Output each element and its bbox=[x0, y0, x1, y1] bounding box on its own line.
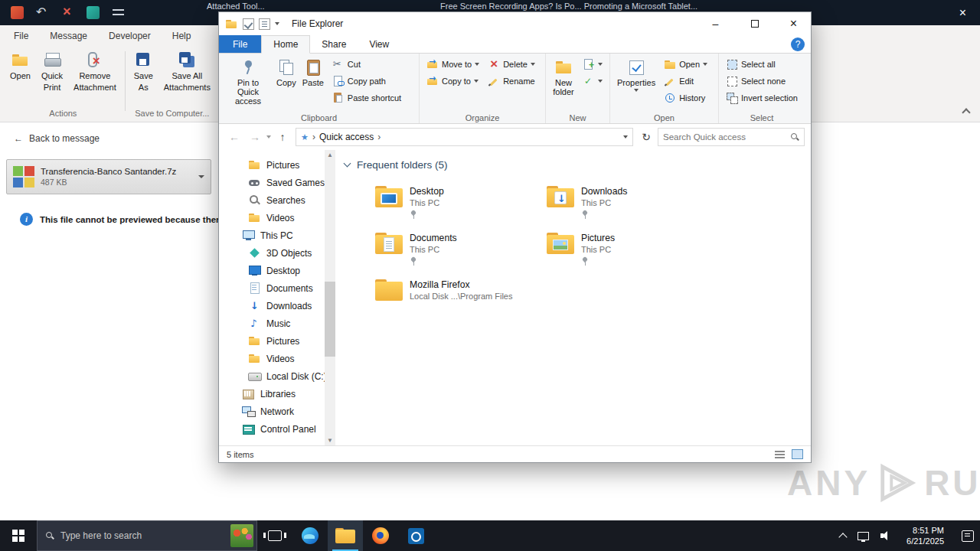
invert-selection-button[interactable]: Invert selection bbox=[723, 90, 801, 106]
save-as-button[interactable]: Save As bbox=[129, 47, 158, 96]
paste-shortcut-button[interactable]: Paste shortcut bbox=[329, 90, 404, 106]
address-dropdown-icon[interactable] bbox=[623, 135, 628, 139]
select-all-button[interactable]: Select all bbox=[723, 57, 801, 72]
close-button[interactable]: × bbox=[776, 12, 811, 35]
tab-developer[interactable]: Developer bbox=[109, 31, 151, 41]
tab-file[interactable]: File bbox=[14, 31, 28, 41]
breadcrumb-quick-access[interactable]: Quick access bbox=[319, 132, 374, 142]
search-input[interactable] bbox=[663, 132, 787, 142]
tab-view[interactable]: View bbox=[358, 35, 400, 53]
search-icon[interactable] bbox=[790, 132, 799, 142]
forward-button[interactable]: → bbox=[246, 131, 264, 143]
back-button[interactable]: ← bbox=[225, 131, 243, 143]
refresh-button[interactable]: ↻ bbox=[637, 131, 655, 143]
details-view-icon[interactable] bbox=[774, 449, 786, 459]
breadcrumb-separator-2[interactable]: › bbox=[377, 132, 381, 142]
history-button[interactable]: History bbox=[661, 90, 710, 106]
sidebar-item-local-disk-c[interactable]: Local Disk (C:) bbox=[219, 367, 325, 385]
undo-icon[interactable] bbox=[36, 6, 49, 19]
sidebar-item-pictures[interactable]: Pictures bbox=[219, 332, 325, 350]
network-tray-icon[interactable] bbox=[858, 532, 869, 540]
help-button[interactable]: ? bbox=[791, 37, 805, 51]
frequent-folders-header[interactable]: Frequent folders (5) bbox=[345, 159, 811, 171]
copy-button[interactable]: Copy bbox=[273, 57, 299, 89]
settings-icon[interactable] bbox=[112, 6, 125, 19]
large-icons-view-icon[interactable] bbox=[792, 449, 803, 459]
sidebar-item-libraries[interactable]: Libraries bbox=[219, 385, 325, 403]
sidebar-item-music[interactable]: Music bbox=[219, 315, 325, 332]
new-folder-button[interactable]: New folder bbox=[550, 57, 577, 98]
qat-properties-icon[interactable] bbox=[243, 18, 254, 30]
chevron-down-icon[interactable] bbox=[344, 160, 351, 168]
volume-icon[interactable] bbox=[880, 531, 892, 540]
open-button[interactable]: Open bbox=[5, 47, 36, 86]
attachment-dropdown-icon[interactable] bbox=[198, 175, 204, 178]
up-button[interactable]: ↑ bbox=[273, 131, 292, 143]
sidebar-item-control-panel[interactable]: Control Panel bbox=[219, 420, 325, 438]
maximize-button[interactable] bbox=[737, 12, 772, 35]
new-item-button[interactable] bbox=[580, 57, 606, 72]
taskbar-file-explorer-button[interactable] bbox=[328, 520, 363, 551]
breadcrumb[interactable]: ★ › Quick access › bbox=[296, 128, 633, 146]
tab-home[interactable]: Home bbox=[261, 35, 310, 54]
sidebar-item-searches[interactable]: Searches bbox=[219, 191, 325, 209]
copy-to-button[interactable]: Copy to bbox=[423, 73, 482, 89]
tab-file[interactable]: File bbox=[219, 35, 261, 53]
scrollbar-thumb[interactable] bbox=[325, 282, 335, 357]
search-box[interactable] bbox=[658, 128, 805, 146]
attachment-chip[interactable]: Transferencia-Banco Santander.7z 487 KB bbox=[6, 159, 211, 194]
sidebar-item-3d-objects[interactable]: 3D Objects bbox=[219, 244, 325, 262]
scroll-up-icon[interactable]: ▲ bbox=[325, 152, 335, 158]
edit-button[interactable]: Edit bbox=[661, 73, 710, 89]
show-hidden-icons-chevron[interactable] bbox=[838, 533, 847, 541]
qat-customize-dropdown-icon[interactable] bbox=[275, 22, 279, 25]
close-window-button[interactable]: × bbox=[953, 0, 972, 25]
delete-button[interactable]: Delete bbox=[485, 57, 538, 72]
quick-print-button[interactable]: Quick Print bbox=[36, 47, 68, 96]
folder-tile-desktop[interactable]: Desktop This PC bbox=[372, 183, 536, 223]
sidebar-item-pictures-qa[interactable]: Pictures bbox=[219, 156, 325, 174]
app-logo-icon[interactable] bbox=[11, 6, 24, 19]
save-all-attachments-button[interactable]: Save All Attachments bbox=[158, 47, 216, 96]
cancel-icon[interactable] bbox=[61, 6, 74, 19]
select-none-button[interactable]: Select none bbox=[723, 73, 801, 89]
easy-access-button[interactable] bbox=[580, 73, 606, 89]
task-view-button[interactable] bbox=[257, 520, 292, 551]
sidebar-item-downloads[interactable]: Downloads bbox=[219, 297, 325, 315]
copy-path-button[interactable]: Copy path bbox=[329, 73, 404, 89]
rename-button[interactable]: Rename bbox=[485, 73, 538, 89]
sidebar-item-network[interactable]: Network bbox=[219, 403, 325, 420]
properties-button[interactable]: Properties bbox=[614, 57, 658, 93]
open-item-button[interactable]: Open bbox=[661, 57, 710, 72]
sidebar-item-videos[interactable]: Videos bbox=[219, 350, 325, 367]
cut-button[interactable]: Cut bbox=[329, 57, 404, 72]
recent-locations-dropdown-icon[interactable] bbox=[266, 135, 271, 139]
sidebar-item-videos-qa[interactable]: Videos bbox=[219, 209, 325, 227]
taskbar-outlook-button[interactable] bbox=[398, 520, 433, 551]
search-highlight-image[interactable] bbox=[230, 524, 253, 547]
taskbar-firefox-button[interactable] bbox=[363, 520, 398, 551]
folder-tile-documents[interactable]: Documents This PC bbox=[372, 230, 536, 270]
start-button[interactable] bbox=[0, 520, 37, 551]
taskbar-search-box[interactable]: Type here to search bbox=[37, 520, 257, 551]
action-center-icon[interactable] bbox=[962, 530, 974, 542]
taskbar-clock[interactable]: 8:51 PM 6/21/2025 bbox=[903, 525, 947, 546]
tab-help[interactable]: Help bbox=[172, 31, 191, 41]
tab-message[interactable]: Message bbox=[50, 31, 87, 41]
minimize-button[interactable]: – bbox=[698, 12, 733, 35]
sidebar-item-desktop[interactable]: Desktop bbox=[219, 262, 325, 279]
sidebar-item-saved-games[interactable]: Saved Games bbox=[219, 174, 325, 191]
paste-button[interactable]: Paste bbox=[299, 57, 327, 89]
folder-tile-pictures[interactable]: Pictures This PC bbox=[544, 230, 707, 270]
tool-icon[interactable] bbox=[87, 6, 100, 19]
scroll-down-icon[interactable]: ▼ bbox=[325, 437, 335, 444]
remove-attachment-button[interactable]: Remove Attachment bbox=[68, 47, 122, 96]
qat-new-folder-icon[interactable] bbox=[259, 18, 270, 30]
pin-to-quick-access-button[interactable]: Pin to Quick access bbox=[223, 57, 273, 107]
nav-scrollbar[interactable]: ▲ ▼ bbox=[325, 150, 335, 445]
explorer-title-bar[interactable]: File Explorer – × bbox=[219, 12, 811, 35]
sidebar-item-documents[interactable]: Documents bbox=[219, 279, 325, 297]
folder-tile-mozilla-firefox[interactable]: Mozilla Firefox Local Disk ...\Program F… bbox=[372, 276, 536, 304]
folder-tile-downloads[interactable]: Downloads This PC bbox=[544, 183, 707, 223]
sidebar-item-this-pc[interactable]: This PC bbox=[219, 227, 325, 244]
